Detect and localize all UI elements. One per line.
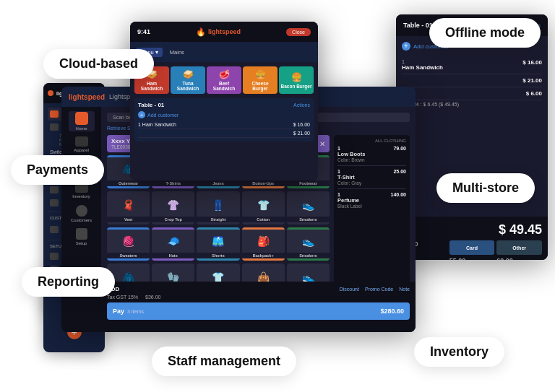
order-item: $ 21.00 [402, 74, 542, 87]
tax-amount: $36.00 [145, 295, 160, 300]
divider [337, 188, 406, 189]
item3-name: Perfume [337, 197, 406, 204]
order-item-2: 1 25.00 T-Shirt Color: Gray [337, 169, 406, 186]
apparel-box [75, 136, 88, 147]
item2-price: 25.00 [393, 169, 406, 174]
actions-btn[interactable]: Actions [293, 103, 310, 108]
chip-beef[interactable]: 🥩 Beef Sandwich [207, 66, 241, 94]
cotton-img: 👕 [242, 193, 285, 217]
item-price: $ 21.00 [522, 77, 542, 84]
table-header: Table - 01 Actions [138, 102, 310, 108]
item1-qty: 1 [337, 146, 340, 151]
subcat-vest[interactable]: 🧣 Vest [107, 191, 150, 225]
table-section: Table - 01 Actions + Add customer 1 Ham … [134, 98, 314, 141]
item3-price: 140.00 [391, 192, 406, 197]
item1-name: Low Boots [337, 151, 406, 157]
pay-amount: $280.60 [380, 308, 404, 315]
pay-label: Pay [113, 308, 124, 315]
sidebar-home[interactable]: Home [69, 111, 95, 131]
bacon-label: Bacon Burger [281, 84, 312, 89]
sidebar-customers[interactable]: Customers [69, 204, 95, 224]
add-section: ADD Discount Promo Code Note Tax GST 15%… [101, 282, 416, 332]
main-scene: Table - 01 Actions + Add customer 1 Ham … [0, 0, 555, 392]
subcat-sneakers[interactable]: 👟 Sneakers [287, 191, 330, 225]
beef-label: Beef Sandwich [208, 81, 240, 91]
order-item-1: 1 79.00 Low Boots Color: Brown [337, 146, 406, 162]
crop-top-label: Crop Top [152, 217, 194, 222]
chip-tuna[interactable]: 🥪 Tuna Sandwich [171, 66, 205, 94]
multi-store-label: Multi-store [436, 173, 535, 203]
payment-buttons: 55.00 Card Other 55.00 60.00 [402, 240, 542, 260]
sidebar-apparel[interactable]: Apparel [69, 134, 95, 154]
flame-icon: 🔥 [196, 27, 206, 37]
straight-label: Straight [197, 217, 239, 222]
cat-hats[interactable]: 🧢 Hats [152, 227, 194, 261]
add-icon: + [138, 111, 145, 118]
subcat-straight[interactable]: 👖 Straight [197, 191, 239, 225]
button-ups-label: Button-Ups [242, 180, 285, 186]
cat-backpack[interactable]: 🎒 Backpack+ [242, 227, 285, 261]
subcat-crop-top[interactable]: 👚 Crop Top [152, 191, 194, 225]
pos-top-grid: 🥪 Ham Sandwich 🥪 Tuna Sandwich 🥩 Beef Sa… [130, 62, 318, 98]
pos-right-content: + Add customer 1 Ham Sandwich $ 16.00 $ … [396, 36, 548, 114]
order-item: 1 Ham Sandwich $ 16.00 [402, 56, 542, 74]
item2-qty: 1 [337, 169, 340, 174]
time-display: 9:41 [137, 28, 150, 35]
promo-code-link[interactable]: Promo Code [365, 287, 393, 292]
logo-text: lightspeed [208, 28, 241, 35]
subcat-cotton[interactable]: 👕 Cotton [242, 191, 285, 225]
menu-item-mains[interactable]: Mains [165, 48, 189, 57]
customer-close-icon[interactable]: ✕ [319, 140, 325, 148]
inventory-icon [50, 199, 59, 206]
item-qty: 1 [402, 59, 522, 64]
sidebar-setup[interactable]: Setup [69, 227, 95, 247]
tuna-label: Tuna Sandwich [172, 81, 204, 91]
home-icon [50, 110, 59, 118]
apparel-icon [50, 123, 59, 131]
item1-sub: Color: Brown [337, 157, 406, 162]
pay-card-button[interactable]: Card [449, 240, 495, 255]
reporting-label: Reporting [22, 267, 115, 297]
cat-sweaters[interactable]: 🧶 Sweaters [107, 227, 150, 261]
cheese-icon: 🍔 [255, 69, 266, 79]
add-links: Discount Promo Code Note [340, 287, 410, 292]
add-row: ADD Discount Promo Code Note [107, 286, 410, 292]
total-amount: $ 49.45 [402, 222, 542, 238]
pos-right-panel: Table - 01 Actions + Add customer 1 Ham … [396, 14, 548, 260]
cash-icon [50, 226, 59, 233]
top-logo: 🔥 lightspeed [196, 27, 241, 37]
pay-button[interactable]: Pay 3 Items $280.60 [107, 302, 410, 320]
jeans-label: Jeans [197, 180, 239, 186]
add-customer-row[interactable]: + Add customer [138, 111, 310, 118]
pay-items: 3 Items [127, 309, 144, 314]
pay-other-button[interactable]: Other [496, 240, 542, 255]
discount-link[interactable]: Discount [340, 287, 359, 292]
pos-top-menu: menu ▾ Mains [130, 42, 318, 62]
bacon-icon: 🍔 [291, 72, 302, 82]
chip-cheese[interactable]: 🍔 Cheese Burger [243, 66, 278, 94]
table-label: Table - 01 [403, 22, 433, 29]
close-icon [50, 186, 59, 193]
table-item-2: $ 21.00 [138, 129, 310, 138]
ham-label: Ham Sandwich [136, 81, 168, 91]
tshirts-label: T-Shirts [152, 180, 194, 186]
item2-name: T-Shirt [337, 174, 406, 180]
lightspeed-logo: lightspeed [69, 93, 105, 101]
straight-img: 👖 [197, 193, 239, 217]
crop-top-img: 👚 [152, 193, 194, 217]
plus-icon: + [402, 42, 410, 51]
tax-label: Tax GST 15% [107, 295, 138, 300]
home-dot [75, 112, 88, 125]
chip-bacon[interactable]: 🍔 Bacon Burger [279, 66, 314, 94]
beef-icon: 🥩 [219, 69, 230, 79]
cat-sneakers2[interactable]: 👟 Sneakers [287, 227, 330, 261]
sneakers-label: Sneakers [287, 217, 330, 222]
close-button[interactable]: Close [286, 28, 311, 36]
table-name: Table - 01 [138, 102, 164, 108]
cat-shorts[interactable]: 🩳 Shorts [197, 227, 239, 261]
add-cust-text: Add customer [147, 113, 178, 118]
tuna-icon: 🥪 [183, 69, 194, 79]
all-clothing-label: ALL CLOTHING [337, 139, 406, 143]
tax-row: Tax GST 15% $36.00 [107, 295, 410, 300]
note-link[interactable]: Note [399, 287, 410, 292]
